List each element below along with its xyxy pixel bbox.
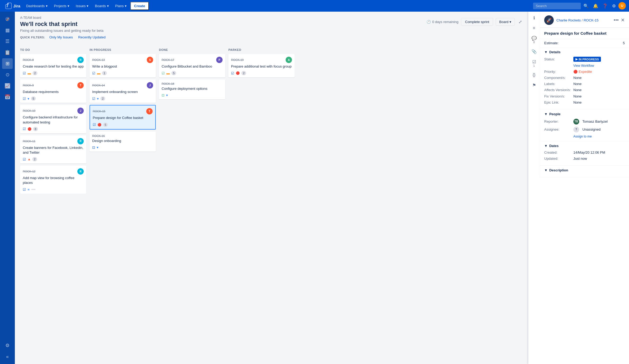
board-menu-button[interactable]: Board ▾ [496,18,515,26]
checkbox-icon: ☑ [92,71,95,75]
top-nav: J Jira Dashboards ▾ Projects ▾ Issues ▾ … [0,0,629,12]
card-rock10-meta: ☑ 🔴 8 [23,127,38,131]
affects-value: None [573,88,625,92]
jira-logo[interactable]: J Jira [3,3,23,9]
detail-code-icon[interactable]: {} [533,73,535,77]
card-rock17-avatar: P [216,57,223,63]
labels-label: Labels: [544,82,573,86]
assignee-row: Assignee: ? Unassigned [544,127,625,132]
bell-icon[interactable]: 🔔 [591,2,600,10]
priority-label: Priority: [544,70,573,74]
status-badge[interactable]: ▶ IN PROGRESS [573,57,601,62]
nav-issues[interactable]: Issues ▾ [73,2,91,10]
card-rock8-title: Create research brief for testing the ap… [23,64,84,69]
sidebar-kanban-icon[interactable]: ⊞ [2,58,13,69]
view-workflow-link[interactable]: View Workflow [573,64,625,68]
sidebar-calendar-icon[interactable]: 📅 [2,92,13,102]
card-rock19-points: 2 [241,71,246,75]
detail-breadcrumb: Charlie Rockets / ROCK-15 [556,18,611,22]
sidebar-backlog-icon[interactable]: ☰ [2,36,13,47]
sidebar-reports-icon[interactable]: 📈 [2,81,13,91]
created-row: Created: 14/May/20 12:06 PM [544,150,625,154]
detail-attachment-icon[interactable]: 📎 [531,49,537,54]
components-row: Component/s: None [544,76,625,80]
card-rock16[interactable]: ROCK-16 Design onboarding ⊡ ▾ [90,132,156,152]
card-rock15-id: ROCK-15 T [93,108,153,114]
updated-row: Updated: Just now [544,157,625,161]
card-rock17-meta: ☑ ▬ 5 [162,71,176,75]
detail-estimate: Estimate: 5 [540,39,629,47]
card-rock19-meta: ☑ 🔴 2 [231,71,246,75]
settings-icon[interactable]: ⚙ [610,2,617,10]
card-rock13-points: 1 [102,71,107,75]
description-section-title[interactable]: ▼ Description [544,168,625,172]
card-rock19-title: Prepare additional test with focus group [231,64,292,69]
card-rock18[interactable]: ROCK-18 Configure deployment options ⊡ ▾ [159,79,225,99]
sidebar-home-icon[interactable]: 🚀 [2,14,13,24]
chevron-icon: ▼ [544,168,548,172]
column-in-progress-header: IN PROGRESS [90,46,156,54]
card-rock10[interactable]: ROCK-10 J Configure backend infrastructu… [20,105,86,133]
description-section: ▼ Description [540,166,629,178]
dates-section-title[interactable]: ▼ Dates [544,144,625,148]
checkbox-icon: ☑ [23,188,26,192]
sidebar-list-icon[interactable]: 📋 [2,47,13,58]
card-rock13[interactable]: ROCK-13 S Write a blogpost ☑ ▬ 1 [90,54,156,77]
card-rock19-footer: ☑ 🔴 2 [231,71,292,75]
detail-transitions-icon[interactable]: ≡ [533,26,535,30]
card-rock15[interactable]: ROCK-15 T Prepare design for Coffee bask… [90,105,156,129]
create-button[interactable]: Create [130,2,149,10]
expand-button[interactable]: ⤢ [517,18,523,25]
card-rock18-footer: ⊡ ▾ [162,93,223,97]
card-rock9[interactable]: ROCK-9 T Database requirements ☑ ▾ 5 [20,79,86,103]
detail-comment-icon[interactable]: 💬 0 [531,36,537,44]
card-rock15-points: 5 [103,123,108,127]
card-rock8[interactable]: ROCK-8 R Create research brief for testi… [20,54,86,77]
assign-to-me-link[interactable]: Assign to me [573,135,625,138]
search-input[interactable] [533,3,581,9]
nav-dashboards[interactable]: Dashboards ▾ [24,2,50,10]
nav-plans[interactable]: Plans ▾ [113,2,130,10]
card-rock12-title: Add map view for browsing coffee places [23,176,84,185]
detail-close-button[interactable]: ✕ [621,17,625,23]
priority-low-icon: ▾ [97,97,99,101]
sidebar-settings-icon[interactable]: ⚙ [2,340,13,351]
filter-only-my-issues[interactable]: Only My Issues [48,35,74,40]
filter-recently-updated[interactable]: Recently Updated [77,35,107,40]
detail-issue-link[interactable]: ROCK-15 [584,18,599,22]
detail-panel: ℹ ≡ 💬 0 📎 ☑ 1 {} ⚑ 🚀 Charlie Rockets / [528,12,629,364]
detail-agile-icon[interactable]: ⚑ [532,83,536,88]
nav-boards[interactable]: Boards ▾ [92,2,111,10]
complete-sprint-button[interactable]: Complete sprint [461,18,493,26]
card-rock9-avatar: T [77,82,84,88]
card-rock12-points [31,189,36,190]
sidebar-board-icon[interactable]: ▦ [2,25,13,35]
sidebar-collapse-icon[interactable]: « [2,351,13,362]
search-icon[interactable]: 🔍 [582,2,590,10]
checkbox-icon: ☑ [23,127,26,131]
help-icon[interactable]: ❓ [601,2,609,10]
card-rock14-avatar: J [147,82,153,88]
labels-value: None [573,82,625,86]
card-rock14[interactable]: ROCK-14 J Implement onboarding screen ☑ … [90,79,156,103]
detail-info-icon[interactable]: ℹ [533,15,535,20]
detail-more-button[interactable]: ••• [614,17,619,23]
card-rock9-meta: ☑ ▾ 5 [23,96,36,101]
sidebar-releases-icon[interactable]: ⊙ [2,69,13,80]
components-value: None [573,76,625,80]
detail-checklist-icon[interactable]: ☑ 1 [532,59,536,67]
people-section-title[interactable]: ▼ People [544,112,625,116]
card-rock17[interactable]: ROCK-17 P Configure Bitbucket and Bamboo… [159,54,225,77]
card-rock19[interactable]: ROCK-19 A Prepare additional test with f… [228,54,295,77]
card-rock15-title: Prepare design for Coffee basket [93,116,153,120]
card-rock11[interactable]: ROCK-11 R Create banners for Facebook, L… [20,135,86,163]
card-rock16-title: Design onboarding [92,139,153,143]
details-section-title[interactable]: ▼ Details [544,50,625,54]
card-rock16-meta: ⊡ ▾ [92,145,99,149]
nav-projects[interactable]: Projects ▾ [51,2,72,10]
affects-row: Affects Version/s: None [544,88,625,92]
user-avatar[interactable]: U [618,2,626,10]
card-rock12[interactable]: ROCK-12 R Add map view for browsing coff… [20,166,86,193]
reporter-value-container: TB Tomasz Bartyzel [573,119,608,125]
card-rock17-points: 5 [171,71,176,75]
